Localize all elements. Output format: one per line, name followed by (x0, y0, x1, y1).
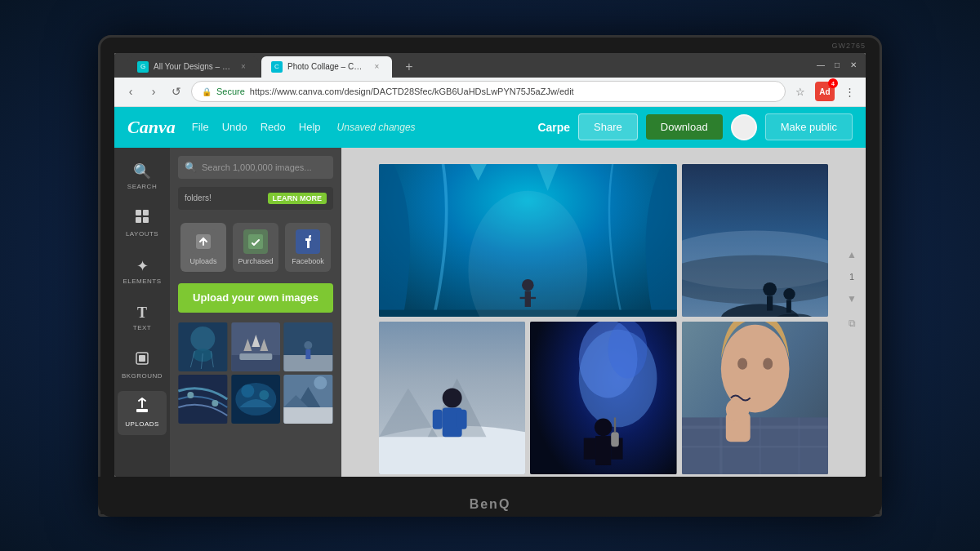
svg-point-56 (443, 388, 462, 407)
page-number-label: 1 (849, 272, 854, 282)
monitor-bottom: BenQ (98, 477, 882, 516)
banner-text: folders! (185, 193, 212, 202)
source-tab-purchased[interactable]: Purchased (233, 223, 278, 272)
svg-point-77 (720, 324, 789, 412)
sidebar-item-text[interactable]: T TEXT (118, 296, 167, 340)
up-arrow-icon[interactable]: ▲ (844, 247, 859, 262)
elements-icon: ✦ (136, 257, 149, 275)
nav-redo[interactable]: Redo (261, 121, 286, 133)
svg-point-63 (608, 322, 648, 379)
sidebar-item-layouts[interactable]: LAYOUTS (118, 202, 167, 246)
maximize-button[interactable]: □ (831, 60, 843, 71)
collage-cell-snow[interactable] (379, 322, 525, 474)
collage-cell-portrait[interactable] (682, 322, 828, 474)
uploaded-thumb-5[interactable] (231, 375, 281, 424)
canvas-content (341, 148, 866, 478)
address-input[interactable]: 🔒 Secure https://www.canva.com/design/DA… (191, 81, 786, 102)
user-avatar (731, 114, 757, 140)
tab-2-favicon: C (271, 61, 283, 73)
collage-cell-mountain[interactable] (682, 164, 828, 317)
sidebar-item-elements[interactable]: ✦ ELEMENTS (118, 249, 167, 293)
down-arrow-icon[interactable]: ▼ (844, 291, 859, 306)
svg-point-27 (187, 392, 194, 398)
nav-help[interactable]: Help (299, 121, 321, 133)
uploads-tab-label: Uploads (189, 257, 216, 265)
svg-point-81 (725, 398, 749, 421)
svg-rect-59 (457, 409, 467, 429)
uploaded-thumb-4[interactable] (178, 375, 228, 424)
uploaded-thumb-1[interactable] (178, 322, 228, 371)
tab-1-close[interactable]: × (238, 61, 248, 73)
sidebar-item-search[interactable]: 🔍 SEARCH (118, 154, 167, 198)
learn-more-button[interactable]: LEARN MORE (268, 193, 327, 204)
panel-search-input[interactable] (202, 162, 327, 172)
svg-rect-25 (306, 349, 311, 359)
svg-point-28 (212, 400, 218, 407)
user-name: Carpe (537, 121, 570, 134)
menu-icon[interactable]: ⋮ (841, 83, 858, 100)
make-public-button[interactable]: Make public (765, 113, 853, 140)
layouts-icon (135, 209, 149, 228)
uploads-tab-icon (191, 229, 216, 254)
download-button[interactable]: Download (646, 114, 723, 140)
secure-icon: 🔒 (202, 87, 212, 96)
sidebar-item-background[interactable]: BKGROUND (118, 344, 167, 388)
svg-rect-26 (178, 375, 227, 424)
make-public-label: Make public (781, 121, 837, 133)
svg-rect-1 (143, 210, 149, 216)
uploaded-thumb-6[interactable] (283, 375, 333, 424)
bookmark-icon[interactable]: ☆ (792, 83, 808, 100)
tab-1-favicon: G (137, 61, 149, 73)
upload-images-button[interactable]: Upload your own images (178, 283, 333, 313)
back-button[interactable]: ‹ (122, 83, 139, 100)
text-icon: T (137, 304, 147, 322)
sidebar-background-label: BKGROUND (122, 372, 163, 380)
svg-point-11 (190, 327, 215, 351)
svg-rect-2 (136, 217, 141, 223)
secure-label: Secure (216, 87, 245, 96)
share-button[interactable]: Share (578, 113, 638, 140)
collage-cell-smoke[interactable] (530, 322, 676, 474)
banner-area: folders! LEARN MORE (178, 187, 333, 210)
svg-rect-65 (595, 436, 611, 465)
notification-badge: 4 (828, 78, 838, 88)
nav-file[interactable]: File (192, 121, 209, 133)
search-icon: 🔍 (133, 162, 151, 180)
svg-rect-21 (239, 353, 272, 360)
sidebar-elements-label: ELEMENTS (122, 278, 161, 285)
source-tab-uploads[interactable]: Uploads (180, 223, 226, 272)
extension-icon[interactable]: Ad 4 (815, 82, 835, 101)
tab-2-close[interactable]: × (372, 61, 382, 73)
svg-point-24 (305, 341, 313, 349)
nav-undo[interactable]: Undo (222, 121, 247, 133)
address-bar: ‹ › ↺ 🔒 Secure https://www.canva.com/des… (114, 78, 866, 107)
tab-2[interactable]: C Photo Collage – Carpe × (261, 56, 392, 78)
uploaded-thumb-2[interactable] (231, 322, 281, 371)
monitor-model-label: GW2765 (831, 42, 866, 50)
close-button[interactable]: ✕ (848, 60, 859, 71)
tab-bar: G All Your Designs – Canva × C Photo Col… (121, 53, 426, 78)
panel-search[interactable]: 🔍 (178, 156, 333, 179)
address-text: https://www.canva.com/design/DACTD28Sfec… (250, 87, 574, 96)
copy-page-icon[interactable]: ⧉ (844, 316, 859, 331)
tab-1[interactable]: G All Your Designs – Canva × (127, 56, 258, 78)
forward-button[interactable]: › (145, 83, 162, 100)
monitor: GW2765 G All Your Designs – Canva × C Ph… (98, 35, 882, 517)
facebook-tab-icon (296, 229, 320, 254)
minimize-button[interactable]: — (815, 60, 826, 71)
collage-cell-ice-cave[interactable] (379, 164, 677, 317)
new-tab-button[interactable]: + (399, 56, 420, 78)
sidebar-search-label: SEARCH (127, 183, 157, 190)
uploaded-thumb-3[interactable] (283, 322, 333, 371)
reload-button[interactable]: ↺ (168, 83, 185, 100)
svg-rect-58 (433, 409, 443, 429)
canvas-controls: ▲ 1 ▼ ⧉ (844, 247, 859, 331)
canva-nav: File Undo Redo Help Unsaved changes (192, 121, 416, 133)
svg-point-46 (682, 255, 828, 304)
sidebar-item-uploads[interactable]: UPLOADS (118, 391, 167, 435)
canva-header-right: Carpe Share Download Make public (537, 113, 853, 140)
uploaded-images-grid (170, 318, 341, 429)
svg-point-49 (783, 288, 795, 300)
source-tab-facebook[interactable]: Facebook (285, 223, 331, 272)
svg-rect-5 (139, 355, 145, 362)
